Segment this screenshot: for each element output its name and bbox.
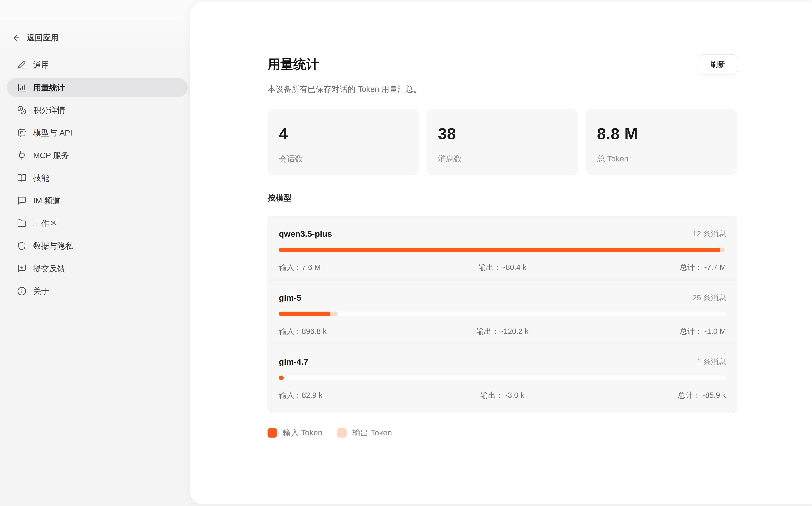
token-legend: 输入 Token输出 Token: [268, 427, 737, 438]
legend-label: 输入 Token: [283, 427, 322, 438]
sidebar-item-privacy[interactable]: 数据与隐私: [7, 237, 188, 255]
model-output-tokens: 输出：~3.0 k: [428, 390, 577, 401]
legend-item-input-token: 输入 Token: [268, 427, 322, 438]
back-to-app-label: 返回应用: [27, 32, 59, 43]
stat-label: 会话数: [279, 154, 408, 164]
legend-label: 输出 Token: [353, 427, 392, 438]
model-name: qwen3.5-plus: [279, 229, 332, 239]
plug-icon: [17, 151, 26, 160]
input-token-bar-segment: [279, 248, 721, 252]
model-usage-row: qwen3.5-plus12 条消息输入：7.6 M输出：~80.4 k总计：~…: [279, 229, 726, 273]
model-row-header: qwen3.5-plus12 条消息: [279, 229, 726, 239]
sidebar-item-label: 积分详情: [33, 105, 65, 116]
output-token-bar-segment: [720, 248, 725, 252]
folder-icon: [17, 219, 26, 228]
legend-swatch-output: [337, 428, 347, 437]
pen-icon: [17, 60, 26, 70]
model-name: glm-5: [279, 293, 301, 303]
input-token-bar-segment: [279, 375, 284, 380]
model-total-tokens: 总计：~1.0 M: [577, 326, 726, 337]
model-message-count: 25 条消息: [692, 292, 726, 303]
page-header: 用量统计 刷新: [268, 54, 737, 75]
model-usage-row: glm-525 条消息输入：896.8 k输出：~120.2 k总计：~1.0 …: [279, 292, 726, 337]
by-model-section-label: 按模型: [268, 192, 737, 203]
cpu-icon: [17, 128, 26, 138]
sidebar-item-label: 技能: [33, 173, 49, 183]
book-open-icon: [17, 173, 26, 183]
stat-label: 总 Token: [597, 154, 726, 164]
input-token-bar-segment: [279, 312, 331, 316]
sidebar-item-label: MCP 服务: [33, 150, 69, 161]
bar-chart-icon: [17, 83, 26, 92]
sidebar-item-general[interactable]: 通用: [7, 56, 188, 74]
sidebar-item-label: 数据与隐私: [33, 241, 73, 251]
model-output-tokens: 输出：~80.4 k: [428, 262, 577, 273]
sidebar-nav: 通用用量统计积分详情模型与 APIMCP 服务技能IM 频道工作区数据与隐私提交…: [7, 56, 188, 301]
info-icon: [17, 286, 26, 296]
sidebar-item-workspace[interactable]: 工作区: [7, 214, 188, 233]
sidebar-item-im-channels[interactable]: IM 频道: [7, 191, 188, 210]
model-input-tokens: 输入：896.8 k: [279, 326, 428, 337]
model-message-count: 12 条消息: [692, 229, 726, 239]
model-stats-row: 输入：896.8 k输出：~120.2 k总计：~1.0 M: [279, 326, 726, 337]
models-usage-panel: qwen3.5-plus12 条消息输入：7.6 M输出：~80.4 k总计：~…: [268, 216, 737, 413]
output-token-bar-segment: [329, 312, 338, 316]
stat-label: 消息数: [438, 154, 567, 164]
row-divider: [268, 344, 737, 344]
sidebar-item-feedback[interactable]: 提交反馈: [7, 259, 188, 278]
sidebar-item-skills[interactable]: 技能: [7, 169, 188, 187]
usage-stats-page: 用量统计 刷新 本设备所有已保存对话的 Token 用量汇总。 4会话数38消息…: [190, 2, 812, 504]
stat-card: 8.8 M总 Token: [586, 109, 737, 175]
back-to-app-button[interactable]: 返回应用: [12, 32, 188, 43]
sidebar-item-about[interactable]: 关于: [7, 282, 188, 301]
model-stats-row: 输入：82.9 k输出：~3.0 k总计：~85.9 k: [279, 390, 726, 401]
refresh-button[interactable]: 刷新: [698, 54, 737, 75]
model-total-tokens: 总计：~7.7 M: [577, 262, 726, 273]
sidebar-item-label: 用量统计: [33, 82, 65, 93]
sidebar-item-label: IM 频道: [33, 195, 60, 206]
sidebar-item-credits[interactable]: 积分详情: [7, 101, 188, 119]
stat-cards-row: 4会话数38消息数8.8 M总 Token: [268, 109, 737, 175]
model-input-tokens: 输入：7.6 M: [279, 262, 428, 273]
model-usage-row: glm-4.71 条消息输入：82.9 k输出：~3.0 k总计：~85.9 k: [279, 356, 726, 401]
feedback-icon: [17, 264, 26, 273]
token-usage-bar: [279, 248, 726, 252]
sidebar-item-models-api[interactable]: 模型与 API: [7, 123, 188, 142]
model-name: glm-4.7: [279, 357, 308, 366]
token-usage-bar: [279, 375, 726, 380]
sidebar-item-label: 通用: [33, 60, 49, 70]
sidebar-item-mcp[interactable]: MCP 服务: [7, 146, 188, 165]
sidebar-item-label: 工作区: [33, 218, 57, 229]
legend-item-output-token: 输出 Token: [337, 427, 392, 438]
model-input-tokens: 输入：82.9 k: [279, 390, 428, 401]
shield-icon: [17, 241, 26, 251]
message-icon: [17, 196, 26, 205]
arrow-left-icon: [12, 33, 21, 42]
model-stats-row: 输入：7.6 M输出：~80.4 k总计：~7.7 M: [279, 262, 726, 273]
model-row-header: glm-525 条消息: [279, 292, 726, 303]
stat-card: 4会话数: [268, 109, 419, 175]
legend-swatch-input: [268, 428, 277, 437]
page-subtitle: 本设备所有已保存对话的 Token 用量汇总。: [268, 84, 737, 95]
stat-card: 38消息数: [427, 109, 578, 175]
token-usage-bar: [279, 312, 726, 316]
coins-icon: [17, 105, 26, 115]
sidebar-item-label: 模型与 API: [33, 128, 72, 138]
model-total-tokens: 总计：~85.9 k: [577, 390, 726, 401]
sidebar-item-usage[interactable]: 用量统计: [7, 78, 188, 97]
model-message-count: 1 条消息: [697, 356, 726, 367]
model-row-header: glm-4.71 条消息: [279, 356, 726, 367]
stat-value: 38: [438, 124, 567, 143]
model-output-tokens: 输出：~120.2 k: [428, 326, 577, 337]
stat-value: 4: [279, 124, 408, 143]
stat-value: 8.8 M: [597, 124, 726, 143]
row-divider: [268, 280, 737, 280]
settings-sidebar: 返回应用 通用用量统计积分详情模型与 APIMCP 服务技能IM 频道工作区数据…: [0, 0, 190, 506]
sidebar-item-label: 提交反馈: [33, 263, 65, 274]
sidebar-item-label: 关于: [33, 286, 49, 297]
page-title: 用量统计: [268, 56, 319, 73]
